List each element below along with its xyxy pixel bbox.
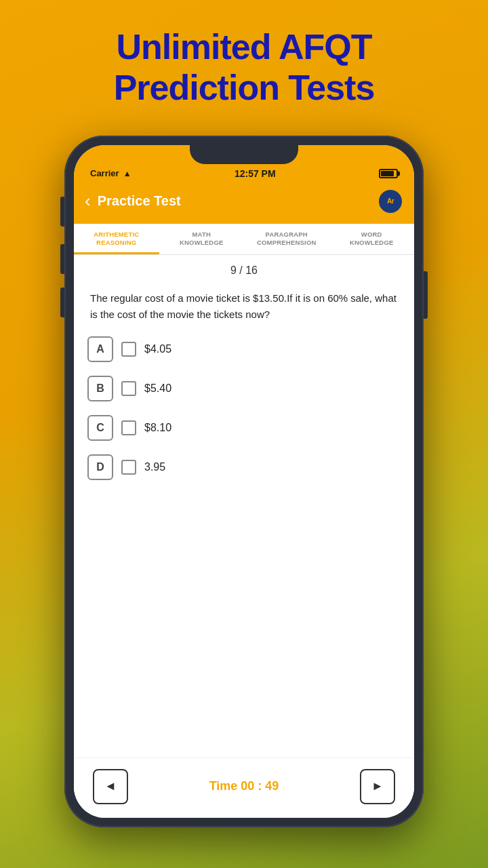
- answer-label-b: B: [87, 376, 113, 401]
- timer-display: Time 00 : 49: [209, 779, 279, 793]
- notch: [190, 145, 298, 164]
- app-title: Practice Test: [98, 193, 378, 209]
- app-header: ‹ Practice Test Ar: [74, 182, 414, 224]
- answer-label-d: D: [87, 454, 113, 480]
- answer-checkbox-d[interactable]: [121, 460, 136, 475]
- answer-checkbox-c[interactable]: [121, 420, 136, 435]
- wifi-icon: ▲: [123, 169, 131, 178]
- page-header: Unlimited AFQT Prediction Tests: [0, 0, 488, 129]
- page-hero-title: Unlimited AFQT Prediction Tests: [41, 27, 447, 108]
- avatar: Ar: [378, 189, 403, 214]
- carrier-label: Carrier: [90, 168, 119, 178]
- bottom-navigation: ◄ Time 00 : 49 ►: [74, 757, 414, 818]
- answer-checkbox-b[interactable]: [121, 381, 136, 396]
- tab-paragraph-comprehension[interactable]: PARAGRAPHCOMPREHENSION: [244, 224, 329, 255]
- tab-arithmetic-reasoning[interactable]: ARITHEMETICREASONING: [74, 224, 159, 255]
- question-content: 9 / 16 The regular cost of a movie ticke…: [74, 255, 414, 757]
- answer-text-b: $5.40: [144, 382, 171, 395]
- question-counter: 9 / 16: [74, 255, 414, 283]
- status-time: 12:57 PM: [235, 168, 276, 179]
- answer-text-d: 3.95: [144, 461, 165, 473]
- prev-button[interactable]: ◄: [93, 769, 128, 804]
- next-button[interactable]: ►: [360, 769, 395, 804]
- answer-text-a: $4.05: [144, 343, 171, 355]
- answer-row-b[interactable]: B $5.40: [87, 376, 401, 401]
- answer-checkbox-a[interactable]: [121, 342, 136, 357]
- tab-word-knowledge[interactable]: WORDKNOWLEDGE: [329, 224, 415, 255]
- answer-options: A $4.05 B $5.40 C $8.10: [74, 336, 414, 480]
- answer-row-c[interactable]: C $8.10: [87, 415, 401, 441]
- battery-icon: [379, 169, 398, 178]
- answer-row-a[interactable]: A $4.05: [87, 336, 401, 362]
- status-bar: Carrier ▲ 12:57 PM: [74, 164, 414, 182]
- notch-bar: [74, 145, 414, 164]
- answer-label-a: A: [87, 336, 113, 362]
- phone-mockup: Carrier ▲ 12:57 PM ‹ Practice Test Ar: [0, 129, 488, 827]
- back-button[interactable]: ‹: [85, 191, 91, 212]
- question-text: The regular cost of a movie ticket is $1…: [74, 283, 414, 336]
- tab-bar: ARITHEMETICREASONING MATHKNOWLEDGE PARAG…: [74, 224, 414, 256]
- answer-label-c: C: [87, 415, 113, 441]
- tab-math-knowledge[interactable]: MATHKNOWLEDGE: [159, 224, 245, 255]
- answer-row-d[interactable]: D 3.95: [87, 454, 401, 480]
- answer-text-c: $8.10: [144, 422, 171, 434]
